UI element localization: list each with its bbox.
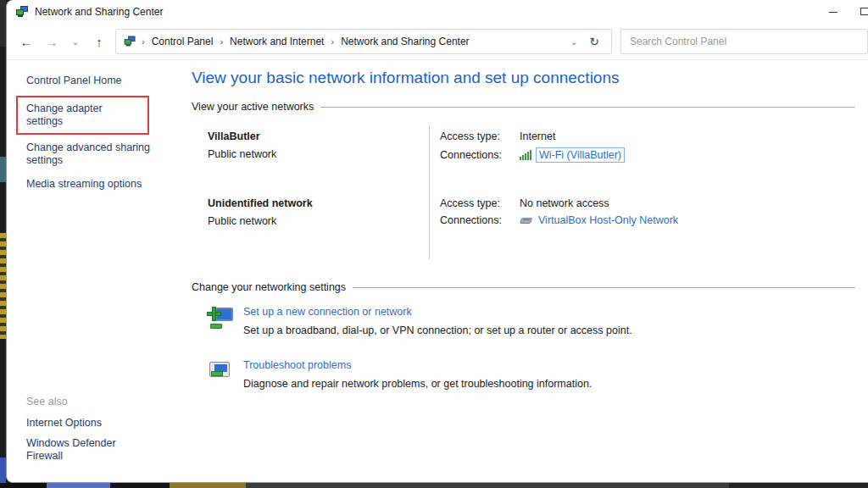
task-row: Set up a new connection or network Set u… [208, 306, 855, 336]
sidebar-item-internet-options[interactable]: Internet Options [26, 417, 153, 430]
network-type: Public network [208, 148, 429, 160]
refresh-icon[interactable]: ↻ [587, 35, 606, 48]
sidebar-item-change-advanced-sharing[interactable]: Change advanced sharing settings [26, 141, 153, 167]
wifi-connection-link[interactable]: Wi-Fi (VillaButler) [536, 147, 625, 163]
back-icon[interactable]: ← [14, 35, 39, 49]
title-bar: Network and Sharing Center [7, 0, 868, 24]
new-connection-icon [208, 307, 234, 330]
section-divider [353, 287, 855, 288]
breadcrumb-item-network-internet[interactable]: Network and Internet [228, 36, 326, 47]
desktop-background [0, 483, 868, 488]
connections-label: Connections: [440, 214, 520, 226]
page-title: View your basic network information and … [192, 69, 855, 87]
search-input[interactable] [620, 29, 868, 54]
network-name: Unidentified network [208, 197, 429, 209]
forward-icon[interactable]: → [39, 35, 64, 49]
navigation-toolbar: ← → ⌄ ↑ › Control Panel › Network and In… [7, 24, 868, 60]
breadcrumb-separator-icon: › [214, 36, 228, 47]
access-type-label: Access type: [440, 197, 520, 209]
sidebar-item-control-panel-home[interactable]: Control Panel Home [26, 75, 153, 87]
breadcrumb[interactable]: › Control Panel › Network and Internet ›… [115, 29, 612, 54]
desktop-fragment [0, 0, 6, 47]
recent-pages-chevron-icon[interactable]: ⌄ [64, 37, 86, 47]
minimize-button[interactable] [814, 0, 853, 24]
breadcrumb-separator-icon: › [326, 36, 339, 47]
minimize-icon [829, 12, 837, 13]
active-networks-section-label: View your active networks [192, 101, 314, 113]
virtualbox-connection-link[interactable]: VirtualBox Host-Only Network [538, 214, 678, 226]
see-also-header: See also [26, 396, 153, 408]
access-type-value: Internet [520, 130, 555, 142]
desktop-background [0, 0, 6, 488]
desktop-fragment [0, 458, 6, 483]
wifi-signal-icon [520, 150, 531, 160]
desktop-fragment [0, 233, 6, 339]
main-content: View your basic network information and … [186, 60, 868, 482]
networking-settings-section-label: Change your networking settings [192, 281, 346, 293]
section-divider [320, 107, 855, 108]
connections-label: Connections: [440, 149, 520, 161]
task-row: Troubleshoot problems Diagnose and repai… [208, 359, 855, 390]
sidebar-item-change-adapter-settings[interactable]: Change adapter settings [26, 103, 139, 128]
access-type-value: No network access [520, 197, 609, 209]
access-type-label: Access type: [440, 130, 520, 142]
network-type: Public network [208, 215, 429, 227]
setup-new-connection-link[interactable]: Set up a new connection or network [243, 306, 632, 318]
setup-new-connection-description: Set up a broadband, dial-up, or VPN conn… [243, 324, 632, 336]
see-also-section: See also Internet Options Windows Defend… [26, 396, 153, 470]
troubleshoot-problems-link[interactable]: Troubleshoot problems [243, 359, 592, 371]
sidebar: Control Panel Home Change adapter settin… [7, 60, 186, 482]
ethernet-plug-icon [520, 216, 534, 225]
troubleshoot-problems-description: Diagnose and repair network problems, or… [243, 378, 592, 390]
breadcrumb-item-network-sharing-center[interactable]: Network and Sharing Center [339, 36, 470, 47]
sidebar-item-windows-defender-firewall[interactable]: Windows Defender Firewall [26, 437, 153, 463]
control-panel-icon [125, 36, 136, 47]
maximize-icon [860, 8, 868, 15]
network-row: Unidentified network Public network Acce… [192, 192, 855, 259]
address-dropdown-icon[interactable]: ⌄ [560, 37, 587, 47]
network-name: VillaButler [208, 130, 429, 142]
window-title: Network and Sharing Center [35, 6, 163, 18]
up-icon[interactable]: ↑ [86, 35, 112, 49]
breadcrumb-item-control-panel[interactable]: Control Panel [150, 36, 215, 47]
network-app-icon [16, 6, 29, 18]
network-sharing-center-window: Network and Sharing Center ← → ⌄ ↑ › Con… [6, 0, 868, 483]
troubleshoot-icon [208, 360, 234, 384]
annotation-highlight-box: Change adapter settings [16, 96, 149, 135]
desktop-fragment [0, 157, 6, 182]
breadcrumb-separator-icon: › [136, 36, 150, 47]
sidebar-item-media-streaming[interactable]: Media streaming options [26, 178, 153, 191]
network-row: VillaButler Public network Access type: … [192, 125, 855, 192]
maximize-button[interactable] [853, 0, 868, 24]
